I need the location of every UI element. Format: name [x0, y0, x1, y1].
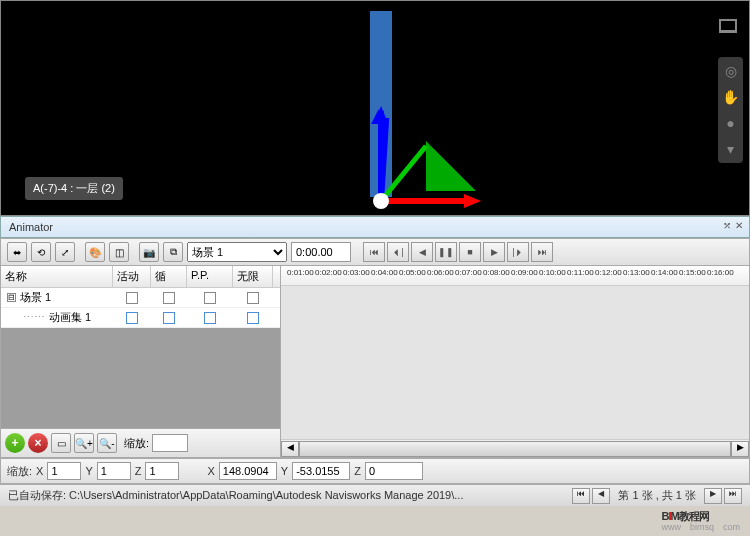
ruler-tick: 0:11:00 — [567, 268, 594, 277]
sz-label: Z — [135, 465, 142, 477]
ruler-tick: 0:04:00 — [371, 268, 398, 277]
pos-y-input[interactable] — [292, 462, 350, 480]
animator-panel: Animator ⤱ ✕ — [0, 216, 750, 238]
table-row[interactable]: ⋯⋯ 动画集 1 — [1, 308, 280, 328]
ruler-tick: 0:13:00 — [623, 268, 650, 277]
element-tooltip: A(-7)-4 : 一层 (2) — [25, 177, 123, 200]
pz-label: Z — [354, 465, 361, 477]
transparency-button[interactable]: ◫ — [109, 242, 129, 262]
checkbox[interactable] — [247, 292, 259, 304]
svg-marker-1 — [426, 141, 476, 191]
add-button[interactable]: + — [5, 433, 25, 453]
rewind-button[interactable]: ⏮ — [363, 242, 385, 262]
rotate-button[interactable]: ⟲ — [31, 242, 51, 262]
delete-button[interactable]: × — [28, 433, 48, 453]
viewport-3d[interactable]: A(-7)-4 : 一层 (2) ◎ ✋ ● ▾ — [0, 0, 750, 216]
timeline-ruler[interactable]: 0:01:000:02:000:03:000:04:000:05:000:06:… — [281, 266, 749, 286]
target-icon[interactable]: ◎ — [725, 63, 737, 79]
checkbox[interactable] — [204, 292, 216, 304]
checkbox[interactable] — [126, 292, 138, 304]
animator-toolbar: ⬌ ⟲ ⤢ 🎨 ◫ 📷 ⧉ 场景 1 ⏮ ⏴| ◀ ❚❚ ■ ▶ |⏵ ⏭ — [0, 238, 750, 266]
px-label: X — [207, 465, 214, 477]
page-indicator: 第 1 张 , 共 1 张 — [618, 488, 696, 503]
sx-label: X — [36, 465, 43, 477]
zoom-in-button[interactable]: 🔍+ — [74, 433, 94, 453]
ruler-tick: 0:10:00 — [539, 268, 566, 277]
ruler-tick: 0:07:00 — [455, 268, 482, 277]
orbit-icon[interactable]: ● — [726, 115, 734, 131]
scale-x-input[interactable] — [47, 462, 81, 480]
ruler-tick: 0:06:00 — [427, 268, 454, 277]
expand-button[interactable]: ▭ — [51, 433, 71, 453]
pin-icon[interactable]: ⤱ — [723, 220, 731, 231]
scene-select[interactable]: 场景 1 — [187, 242, 287, 262]
zoom-out-button[interactable]: 🔍- — [97, 433, 117, 453]
translate-button[interactable]: ⬌ — [7, 242, 27, 262]
pause-button[interactable]: ❚❚ — [435, 242, 457, 262]
table-row[interactable]: ⊟ 场景 1 — [1, 288, 280, 308]
row-name[interactable]: ⊟ 场景 1 — [1, 290, 113, 305]
zoom-label: 缩放: — [124, 436, 149, 451]
scale-y-input[interactable] — [97, 462, 131, 480]
col-active[interactable]: 活动 — [113, 266, 151, 287]
checkbox[interactable] — [163, 312, 175, 324]
checkbox[interactable] — [204, 312, 216, 324]
scroll-thumb[interactable] — [300, 442, 730, 456]
checkbox[interactable] — [126, 312, 138, 324]
timeline-panel: 0:01:000:02:000:03:000:04:000:05:000:06:… — [281, 266, 749, 457]
checkbox[interactable] — [163, 292, 175, 304]
ruler-tick: 0:12:00 — [595, 268, 622, 277]
col-name[interactable]: 名称 — [1, 266, 113, 287]
sheet-prev-button[interactable]: ◀ — [592, 488, 610, 504]
sy-label: Y — [85, 465, 92, 477]
timeline-body[interactable] — [281, 286, 749, 439]
close-icon[interactable]: ✕ — [735, 220, 743, 231]
tree-rows: ⊟ 场景 1⋯⋯ 动画集 1 — [1, 288, 280, 428]
py-label: Y — [281, 465, 288, 477]
tree-header: 名称 活动 循 P.P. 无限 — [1, 266, 280, 288]
nav-toolbar: ◎ ✋ ● ▾ — [718, 57, 743, 163]
color-button[interactable]: 🎨 — [85, 242, 105, 262]
more-icon[interactable]: ▾ — [727, 141, 734, 157]
play-button[interactable]: ▶ — [483, 242, 505, 262]
pan-icon[interactable]: ✋ — [722, 89, 739, 105]
svg-point-8 — [373, 193, 389, 209]
scale-button[interactable]: ⤢ — [55, 242, 75, 262]
tree-footer: + × ▭ 🔍+ 🔍- 缩放: — [1, 428, 280, 457]
pos-z-input[interactable] — [365, 462, 423, 480]
ruler-tick: 0:03:00 — [343, 268, 370, 277]
ruler-tick: 0:02:00 — [315, 268, 342, 277]
row-name[interactable]: ⋯⋯ 动画集 1 — [1, 310, 113, 325]
scroll-left-button[interactable]: ◀ — [281, 441, 299, 457]
axis-gizmo — [366, 11, 506, 211]
ruler-tick: 0:14:00 — [651, 268, 678, 277]
col-loop[interactable]: 循 — [151, 266, 187, 287]
col-pp[interactable]: P.P. — [187, 266, 233, 287]
sheet-first-button[interactable]: ⏮ — [572, 488, 590, 504]
scroll-track[interactable] — [299, 441, 731, 457]
ruler-tick: 0:08:00 — [483, 268, 510, 277]
status-bar: 已自动保存: C:\Users\Administrator\AppData\Ro… — [0, 484, 750, 506]
ruler-tick: 0:01:00 — [287, 268, 314, 277]
snap-button[interactable]: ⧉ — [163, 242, 183, 262]
zoom-input[interactable] — [152, 434, 188, 452]
scale-z-input[interactable] — [145, 462, 179, 480]
pos-x-input[interactable] — [219, 462, 277, 480]
step-back-button[interactable]: ⏴| — [387, 242, 409, 262]
scale-label: 缩放: — [7, 464, 32, 479]
checkbox[interactable] — [247, 312, 259, 324]
monitor-icon — [719, 19, 737, 33]
ruler-tick: 0:15:00 — [679, 268, 706, 277]
col-infinite[interactable]: 无限 — [233, 266, 273, 287]
ruler-tick: 0:16:00 — [707, 268, 734, 277]
scroll-right-button[interactable]: ▶ — [731, 441, 749, 457]
panel-title: Animator — [1, 217, 749, 237]
play-back-button[interactable]: ◀ — [411, 242, 433, 262]
svg-marker-6 — [464, 194, 481, 208]
time-input[interactable] — [291, 242, 351, 262]
timeline-scrollbar: ◀ ▶ — [281, 439, 749, 457]
fast-fwd-button[interactable]: ⏭ — [531, 242, 553, 262]
step-fwd-button[interactable]: |⏵ — [507, 242, 529, 262]
stop-button[interactable]: ■ — [459, 242, 481, 262]
capture-button[interactable]: 📷 — [139, 242, 159, 262]
